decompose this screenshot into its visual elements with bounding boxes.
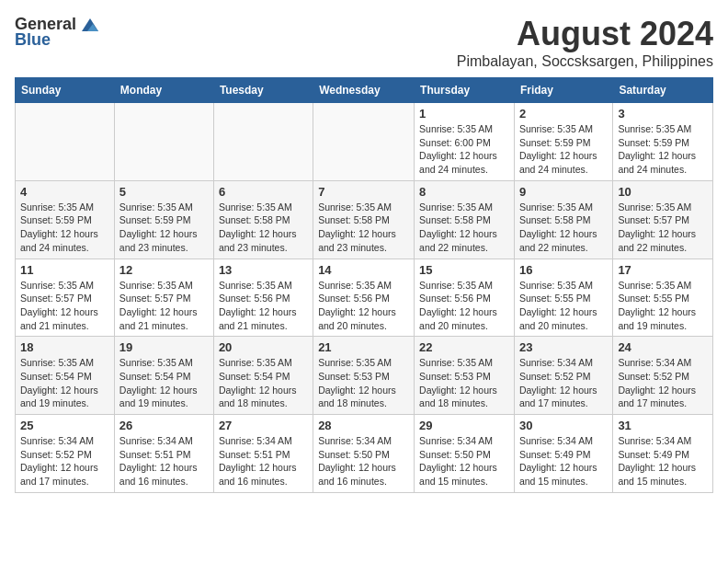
day-number: 20 [219, 340, 308, 354]
calendar-cell [313, 103, 415, 181]
day-number: 23 [519, 340, 608, 354]
day-number: 3 [618, 107, 708, 121]
day-number: 30 [519, 419, 608, 432]
calendar-cell: 2Sunrise: 5:35 AMSunset: 5:59 PMDaylight… [514, 103, 612, 181]
header-row: SundayMondayTuesdayWednesdayThursdayFrid… [16, 78, 713, 103]
day-number: 6 [219, 185, 308, 199]
day-info: Sunrise: 5:34 AMSunset: 5:50 PMDaylight:… [419, 434, 509, 488]
day-info: Sunrise: 5:34 AMSunset: 5:51 PMDaylight:… [119, 434, 209, 488]
calendar-week-2: 4Sunrise: 5:35 AMSunset: 5:59 PMDaylight… [16, 180, 713, 259]
calendar-cell: 24Sunrise: 5:34 AMSunset: 5:52 PMDayligh… [613, 337, 713, 415]
day-info: Sunrise: 5:35 AMSunset: 5:59 PMDaylight:… [618, 122, 708, 177]
day-info: Sunrise: 5:35 AMSunset: 5:59 PMDaylight:… [519, 122, 608, 177]
calendar-cell: 20Sunrise: 5:35 AMSunset: 5:54 PMDayligh… [213, 337, 313, 415]
day-number: 25 [20, 419, 109, 432]
calendar-week-4: 18Sunrise: 5:35 AMSunset: 5:54 PMDayligh… [16, 337, 713, 415]
day-info: Sunrise: 5:35 AMSunset: 5:56 PMDaylight:… [419, 279, 509, 333]
day-number: 27 [219, 419, 308, 432]
page-title: August 2024 [457, 15, 713, 53]
day-number: 26 [119, 419, 209, 432]
header-cell-saturday: Saturday [613, 78, 713, 103]
day-info: Sunrise: 5:34 AMSunset: 5:51 PMDaylight:… [219, 434, 308, 488]
day-number: 1 [419, 107, 509, 121]
calendar-cell: 10Sunrise: 5:35 AMSunset: 5:57 PMDayligh… [613, 180, 713, 259]
day-info: Sunrise: 5:35 AMSunset: 5:59 PMDaylight:… [119, 201, 209, 255]
day-info: Sunrise: 5:35 AMSunset: 5:57 PMDaylight:… [119, 279, 209, 333]
day-info: Sunrise: 5:35 AMSunset: 5:56 PMDaylight:… [318, 279, 409, 333]
header-cell-wednesday: Wednesday [313, 78, 415, 103]
day-number: 5 [119, 185, 209, 199]
calendar-week-3: 11Sunrise: 5:35 AMSunset: 5:57 PMDayligh… [16, 259, 713, 337]
calendar-cell [213, 103, 313, 181]
day-info: Sunrise: 5:35 AMSunset: 6:00 PMDaylight:… [419, 122, 509, 177]
calendar-cell: 6Sunrise: 5:35 AMSunset: 5:58 PMDaylight… [213, 180, 313, 259]
calendar-header: SundayMondayTuesdayWednesdayThursdayFrid… [16, 78, 713, 103]
calendar-cell: 26Sunrise: 5:34 AMSunset: 5:51 PMDayligh… [114, 415, 213, 493]
day-info: Sunrise: 5:35 AMSunset: 5:53 PMDaylight:… [318, 356, 409, 410]
day-number: 28 [318, 419, 409, 432]
calendar-cell: 11Sunrise: 5:35 AMSunset: 5:57 PMDayligh… [16, 259, 115, 337]
day-number: 11 [20, 263, 109, 277]
header-cell-friday: Friday [514, 78, 612, 103]
day-info: Sunrise: 5:35 AMSunset: 5:55 PMDaylight:… [519, 279, 608, 333]
calendar-body: 1Sunrise: 5:35 AMSunset: 6:00 PMDaylight… [16, 103, 713, 493]
day-info: Sunrise: 5:35 AMSunset: 5:58 PMDaylight:… [318, 201, 409, 255]
day-info: Sunrise: 5:35 AMSunset: 5:54 PMDaylight:… [20, 356, 109, 410]
header-cell-sunday: Sunday [16, 78, 115, 103]
day-info: Sunrise: 5:35 AMSunset: 5:54 PMDaylight:… [219, 356, 308, 410]
calendar-cell: 30Sunrise: 5:34 AMSunset: 5:49 PMDayligh… [514, 415, 612, 493]
calendar-cell: 7Sunrise: 5:35 AMSunset: 5:58 PMDaylight… [313, 180, 415, 259]
calendar-cell: 21Sunrise: 5:35 AMSunset: 5:53 PMDayligh… [313, 337, 415, 415]
day-number: 17 [618, 263, 708, 277]
day-info: Sunrise: 5:34 AMSunset: 5:52 PMDaylight:… [618, 356, 708, 410]
page-header: General Blue August 2024 Pimbalayan, Soc… [15, 15, 713, 70]
day-number: 31 [618, 419, 708, 432]
calendar-cell: 28Sunrise: 5:34 AMSunset: 5:50 PMDayligh… [313, 415, 415, 493]
calendar-cell: 5Sunrise: 5:35 AMSunset: 5:59 PMDaylight… [114, 180, 213, 259]
calendar-cell: 23Sunrise: 5:34 AMSunset: 5:52 PMDayligh… [514, 337, 612, 415]
day-number: 22 [419, 340, 509, 354]
header-cell-thursday: Thursday [415, 78, 515, 103]
calendar-cell: 12Sunrise: 5:35 AMSunset: 5:57 PMDayligh… [114, 259, 213, 337]
calendar-cell: 15Sunrise: 5:35 AMSunset: 5:56 PMDayligh… [415, 259, 515, 337]
page-subtitle: Pimbalayan, Soccsksargen, Philippines [457, 53, 713, 70]
logo: General Blue [15, 15, 100, 50]
day-info: Sunrise: 5:35 AMSunset: 5:54 PMDaylight:… [119, 356, 209, 410]
calendar-week-5: 25Sunrise: 5:34 AMSunset: 5:52 PMDayligh… [16, 415, 713, 493]
day-number: 24 [618, 340, 708, 354]
day-number: 16 [519, 263, 608, 277]
calendar-cell [114, 103, 213, 181]
day-info: Sunrise: 5:35 AMSunset: 5:56 PMDaylight:… [219, 279, 308, 333]
calendar-cell: 13Sunrise: 5:35 AMSunset: 5:56 PMDayligh… [213, 259, 313, 337]
day-info: Sunrise: 5:35 AMSunset: 5:57 PMDaylight:… [20, 279, 109, 333]
day-info: Sunrise: 5:35 AMSunset: 5:53 PMDaylight:… [419, 356, 509, 410]
day-info: Sunrise: 5:34 AMSunset: 5:52 PMDaylight:… [519, 356, 608, 410]
calendar-cell: 18Sunrise: 5:35 AMSunset: 5:54 PMDayligh… [16, 337, 115, 415]
logo-blue: Blue [15, 30, 51, 50]
day-number: 19 [119, 340, 209, 354]
calendar-cell: 22Sunrise: 5:35 AMSunset: 5:53 PMDayligh… [415, 337, 515, 415]
calendar-cell: 31Sunrise: 5:34 AMSunset: 5:49 PMDayligh… [613, 415, 713, 493]
calendar-table: SundayMondayTuesdayWednesdayThursdayFrid… [15, 77, 713, 493]
calendar-cell: 1Sunrise: 5:35 AMSunset: 6:00 PMDaylight… [415, 103, 515, 181]
day-number: 15 [419, 263, 509, 277]
day-info: Sunrise: 5:34 AMSunset: 5:49 PMDaylight:… [519, 434, 608, 488]
calendar-cell: 17Sunrise: 5:35 AMSunset: 5:55 PMDayligh… [613, 259, 713, 337]
calendar-cell: 3Sunrise: 5:35 AMSunset: 5:59 PMDaylight… [613, 103, 713, 181]
calendar-cell: 4Sunrise: 5:35 AMSunset: 5:59 PMDaylight… [16, 180, 115, 259]
day-info: Sunrise: 5:35 AMSunset: 5:58 PMDaylight:… [219, 201, 308, 255]
day-number: 18 [20, 340, 109, 354]
calendar-cell: 19Sunrise: 5:35 AMSunset: 5:54 PMDayligh… [114, 337, 213, 415]
day-number: 29 [419, 419, 509, 432]
calendar-cell: 14Sunrise: 5:35 AMSunset: 5:56 PMDayligh… [313, 259, 415, 337]
calendar-cell: 8Sunrise: 5:35 AMSunset: 5:58 PMDaylight… [415, 180, 515, 259]
calendar-week-1: 1Sunrise: 5:35 AMSunset: 6:00 PMDaylight… [16, 103, 713, 181]
calendar-cell: 27Sunrise: 5:34 AMSunset: 5:51 PMDayligh… [213, 415, 313, 493]
day-number: 21 [318, 340, 409, 354]
day-number: 13 [219, 263, 308, 277]
day-info: Sunrise: 5:35 AMSunset: 5:58 PMDaylight:… [419, 201, 509, 255]
day-info: Sunrise: 5:34 AMSunset: 5:50 PMDaylight:… [318, 434, 409, 488]
calendar-cell: 16Sunrise: 5:35 AMSunset: 5:55 PMDayligh… [514, 259, 612, 337]
day-number: 9 [519, 185, 608, 199]
day-info: Sunrise: 5:35 AMSunset: 5:55 PMDaylight:… [618, 279, 708, 333]
